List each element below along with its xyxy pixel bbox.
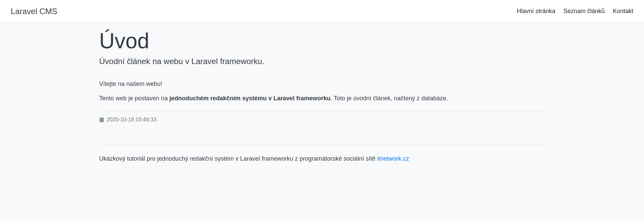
article-body-prefix: Tento web je postaven na (99, 95, 169, 102)
footer-text-container: Ukázkový tutoriál pro jednoduchý redakčn… (99, 155, 545, 162)
nav-link-home[interactable]: Hlavní stránka (517, 8, 555, 14)
article-welcome: Vítejte na našem webu! (99, 79, 545, 89)
article-body: Vítejte na našem webu! Tento web je post… (99, 79, 545, 103)
article-timestamp: 2020-10-18 10:49:33 (107, 117, 157, 123)
nav-item-home: Hlavní stránka (517, 8, 555, 15)
nav-item-articles: Seznam článků (563, 8, 605, 15)
footer-text: Ukázkový tutoriál pro jednoduchý redakčn… (99, 155, 377, 162)
article-body-suffix: . Toto je úvodní článek, načtený z datab… (331, 95, 448, 102)
nav-link-contact[interactable]: Kontakt (613, 8, 633, 14)
nav-link-articles[interactable]: Seznam článků (563, 8, 605, 14)
article-body-strong: jednoduchém redakčním systému v Laravel … (169, 95, 331, 102)
main-container: Úvod Úvodní článek na webu v Laravel fra… (94, 23, 550, 162)
footer-link[interactable]: itnetwork.cz (377, 155, 409, 162)
article: Úvod Úvodní článek na webu v Laravel fra… (99, 23, 545, 123)
navbar-brand[interactable]: Laravel CMS (11, 7, 57, 16)
footer: Ukázkový tutoriál pro jednoduchý redakčn… (99, 144, 545, 162)
article-description: Tento web je postaven na jednoduchém red… (99, 94, 545, 103)
article-subtitle: Úvodní článek na webu v Laravel framewor… (99, 57, 545, 66)
nav-item-contact: Kontakt (613, 8, 633, 15)
article-divider (99, 111, 545, 111)
article-meta: 2020-10-18 10:49:33 (99, 117, 545, 123)
navbar-nav: Hlavní stránka Seznam článků Kontakt (517, 8, 633, 15)
calendar-icon (99, 117, 104, 122)
article-title: Úvod (99, 28, 545, 54)
navbar: Laravel CMS Hlavní stránka Seznam článků… (0, 0, 644, 23)
